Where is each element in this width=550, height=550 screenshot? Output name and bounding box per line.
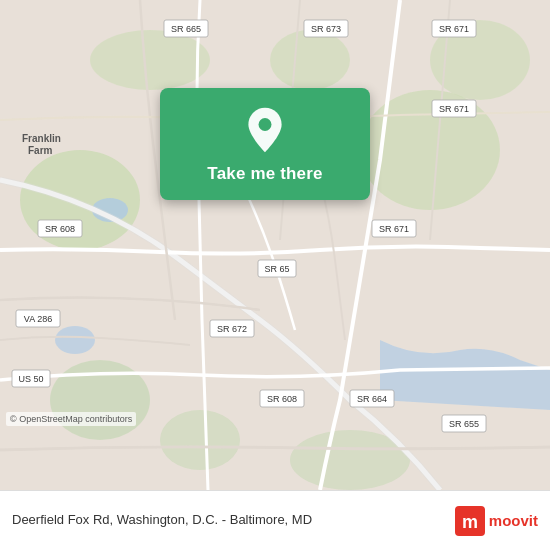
svg-point-7	[160, 410, 240, 470]
attribution: © OpenStreetMap contributors	[6, 412, 136, 426]
svg-text:SR 671: SR 671	[439, 104, 469, 114]
map-container: SR 665 SR 673 SR 671 SR 671 SR 608 SR 67…	[0, 0, 550, 490]
take-me-there-button[interactable]: Take me there	[207, 164, 322, 184]
moovit-logo-icon: m	[455, 506, 485, 536]
svg-point-39	[259, 118, 272, 131]
svg-text:SR 672: SR 672	[217, 324, 247, 334]
svg-point-5	[90, 30, 210, 90]
location-pin-icon	[241, 106, 289, 154]
svg-text:SR 671: SR 671	[439, 24, 469, 34]
svg-text:SR 673: SR 673	[311, 24, 341, 34]
svg-point-4	[270, 30, 350, 90]
svg-text:US 50: US 50	[18, 374, 43, 384]
svg-text:Farm: Farm	[28, 145, 53, 156]
svg-text:m: m	[462, 512, 478, 532]
svg-text:Franklin: Franklin	[22, 133, 61, 144]
location-text: Deerfield Fox Rd, Washington, D.C. - Bal…	[12, 512, 455, 529]
location-card: Take me there	[160, 88, 370, 200]
moovit-text: moovit	[489, 512, 538, 529]
svg-text:SR 671: SR 671	[379, 224, 409, 234]
svg-text:SR 608: SR 608	[45, 224, 75, 234]
svg-text:SR 664: SR 664	[357, 394, 387, 404]
svg-text:SR 655: SR 655	[449, 419, 479, 429]
svg-text:SR 608: SR 608	[267, 394, 297, 404]
moovit-logo: m moovit	[455, 506, 538, 536]
bottom-bar: Deerfield Fox Rd, Washington, D.C. - Bal…	[0, 490, 550, 550]
svg-point-10	[55, 326, 95, 354]
svg-text:VA 286: VA 286	[24, 314, 52, 324]
svg-text:SR 665: SR 665	[171, 24, 201, 34]
svg-text:SR 65: SR 65	[264, 264, 289, 274]
